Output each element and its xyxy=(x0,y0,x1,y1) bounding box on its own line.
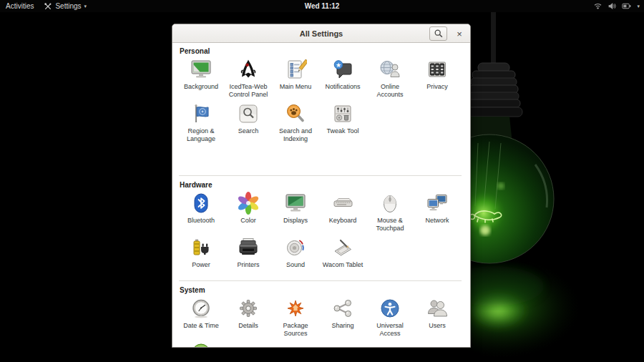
svg-text:★: ★ xyxy=(336,62,341,69)
settings-tile-wacom-tablet[interactable]: Wacom Tablet xyxy=(319,236,366,280)
tile-label: Printers xyxy=(237,261,259,269)
main-menu-icon xyxy=(284,58,307,81)
tweak-tool-icon xyxy=(331,102,354,125)
settings-tile-background[interactable]: Background xyxy=(177,58,225,102)
section-divider xyxy=(179,175,462,176)
settings-tile-displays[interactable]: Displays xyxy=(272,192,319,236)
chevron-down-icon: ▾ xyxy=(84,4,87,9)
system-tray[interactable]: ▾ xyxy=(593,0,640,12)
wacom-tablet-icon xyxy=(331,236,354,259)
settings-tile-power[interactable]: Power xyxy=(177,236,225,280)
settings-tile-users[interactable]: Users xyxy=(414,297,461,341)
settings-tile-mouse-touchpad[interactable]: Mouse & Touchpad xyxy=(366,192,414,236)
settings-tile-sharing[interactable]: Sharing xyxy=(319,297,366,341)
power-icon xyxy=(190,236,213,259)
settings-tile-search-indexing[interactable]: Search and Indexing xyxy=(272,102,319,147)
settings-menu-label: Settings xyxy=(55,2,81,10)
tile-label: Background xyxy=(184,83,218,91)
bluetooth-icon xyxy=(190,192,213,215)
tile-label: IcedTea-Web Control Panel xyxy=(225,83,271,99)
tile-label: Search and Indexing xyxy=(273,127,318,143)
tile-label: Sharing xyxy=(331,322,353,330)
settings-app-menu[interactable]: Settings ▾ xyxy=(44,2,87,11)
settings-tile-search[interactable]: Search xyxy=(225,102,272,147)
tile-label: Network xyxy=(425,217,449,225)
tile-label: Users xyxy=(429,322,446,330)
settings-tile-bluetooth[interactable]: Bluetooth xyxy=(177,192,225,236)
battery-icon xyxy=(622,1,632,11)
window-title: All Settings xyxy=(300,29,343,38)
settings-tile-online-accounts[interactable]: Online Accounts xyxy=(366,58,414,102)
details-icon xyxy=(237,297,260,320)
search-button[interactable] xyxy=(429,26,447,41)
settings-window: All Settings × Personal xyxy=(172,24,471,348)
background-icon xyxy=(190,58,213,81)
settings-tile-date-time[interactable]: Date & Time xyxy=(177,297,225,341)
section-personal: Personal Background xyxy=(177,47,463,147)
top-bar: Activities Settings ▾ Wed 11:12 xyxy=(0,0,644,12)
section-heading: Personal xyxy=(177,47,463,57)
network-wifi-icon xyxy=(593,1,602,11)
tile-label: Main Menu xyxy=(280,83,312,91)
settings-tile-icedtea-web[interactable]: IcedTea-Web Control Panel xyxy=(225,58,272,102)
desktop: Activities Settings ▾ Wed 11:12 xyxy=(0,0,644,362)
displays-icon xyxy=(284,192,307,215)
date-time-icon xyxy=(190,297,213,320)
printers-icon xyxy=(237,236,260,259)
titlebar[interactable]: All Settings × xyxy=(172,24,470,43)
settings-tile-universal-access[interactable]: Universal Access xyxy=(366,297,414,341)
settings-tile-notifications[interactable]: ★ Notifications xyxy=(319,58,366,102)
settings-content: Personal Background xyxy=(172,43,470,348)
tile-label: Bluetooth xyxy=(187,217,215,225)
settings-tile-tweak-tool[interactable]: Tweak Tool xyxy=(319,102,366,147)
tile-label: Power xyxy=(192,261,210,269)
personal-grid: Background IcedTea-Web Control Panel xyxy=(177,58,463,147)
system-grid: Date & Time xyxy=(177,297,463,348)
settings-tile-keyboard[interactable]: Keyboard xyxy=(319,192,366,236)
color-icon xyxy=(237,192,260,215)
search-indexing-icon xyxy=(284,102,307,125)
volume-icon xyxy=(608,1,617,11)
sound-icon xyxy=(284,236,307,259)
section-divider xyxy=(179,280,462,281)
settings-tile-sound[interactable]: Sound xyxy=(272,236,319,280)
tile-label: Mouse & Touchpad xyxy=(367,217,413,233)
universal-access-icon xyxy=(379,297,401,320)
settings-tile-details[interactable]: Details xyxy=(225,297,272,341)
settings-tile-color[interactable]: Color xyxy=(225,192,272,236)
settings-tile-package-sources[interactable]: Package Sources xyxy=(272,297,319,341)
search-icon xyxy=(434,29,444,39)
tile-label: Region & Language xyxy=(178,127,224,143)
section-heading: System xyxy=(177,286,463,295)
clock[interactable]: Wed 11:12 xyxy=(305,2,340,10)
sharing-icon xyxy=(331,297,354,320)
close-button[interactable]: × xyxy=(453,26,466,41)
keyboard-icon xyxy=(331,192,354,215)
section-system: System Date & Time xyxy=(177,286,463,348)
tile-label: Displays xyxy=(283,217,308,225)
settings-tile-privacy[interactable]: Privacy xyxy=(414,58,461,102)
notifications-icon: ★ xyxy=(331,58,354,81)
tile-label: Details xyxy=(238,322,258,330)
settings-tile-partial-yast[interactable] xyxy=(177,341,225,348)
tile-label: Universal Access xyxy=(367,322,413,338)
privacy-icon xyxy=(426,58,449,81)
hardware-grid: Bluetooth xyxy=(177,192,463,280)
tile-label: Package Sources xyxy=(273,322,318,338)
tile-label: Keyboard xyxy=(329,217,357,225)
package-sources-icon xyxy=(284,297,307,320)
activities-button[interactable]: Activities xyxy=(6,2,34,10)
settings-tile-main-menu[interactable]: Main Menu xyxy=(272,58,319,102)
region-language-icon xyxy=(190,102,213,125)
settings-tile-network[interactable]: Network xyxy=(414,192,461,236)
tools-icon xyxy=(44,2,52,11)
tile-label: Search xyxy=(238,127,259,135)
tile-label: Privacy xyxy=(426,83,448,91)
yast-icon xyxy=(190,341,213,348)
users-icon xyxy=(426,297,449,320)
settings-tile-region-language[interactable]: Region & Language xyxy=(177,102,225,147)
section-hardware: Hardware Bluetooth xyxy=(177,181,463,280)
settings-tile-printers[interactable]: Printers xyxy=(225,236,272,280)
network-icon xyxy=(426,192,449,215)
section-heading: Hardware xyxy=(177,181,463,190)
